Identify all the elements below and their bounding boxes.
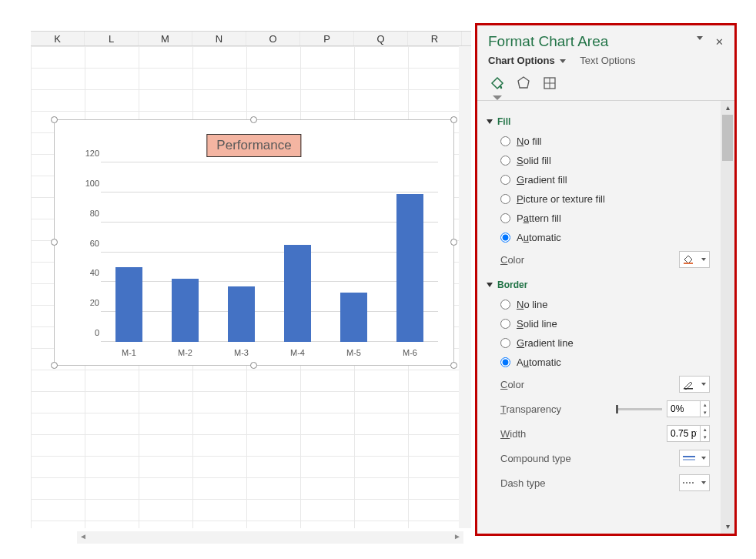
transparency-spinner[interactable]: ▴▾ [667, 400, 710, 417]
radio-input[interactable] [500, 213, 510, 223]
col-header[interactable]: N [192, 32, 246, 45]
y-axis: 0 20 40 60 80 100 120 [78, 162, 99, 342]
transparency-slider[interactable] [616, 408, 662, 410]
scroll-thumb[interactable] [722, 115, 733, 161]
fill-color-picker[interactable] [679, 251, 710, 268]
pane-title: Format Chart Area [488, 33, 697, 50]
radio-input[interactable] [500, 136, 510, 146]
radio-gradient-fill[interactable]: Gradient fill [487, 170, 711, 189]
slider-thumb[interactable] [616, 405, 618, 413]
radio-solid-fill[interactable]: Solid fill [487, 151, 711, 170]
resize-handle[interactable] [51, 362, 58, 369]
transparency-input[interactable] [667, 401, 700, 417]
col-header[interactable]: Q [354, 32, 408, 45]
radio-input[interactable] [500, 233, 510, 243]
resize-handle[interactable] [450, 116, 457, 123]
fill-color-row: Color [487, 247, 711, 272]
chart-area[interactable]: Performance 0 20 40 60 80 100 120 [54, 119, 454, 366]
bar[interactable] [115, 267, 142, 342]
compound-type-row: Compound type [487, 446, 711, 470]
x-tick-label: M-6 [403, 348, 417, 357]
horizontal-scrollbar[interactable]: ◄ ► [77, 531, 463, 544]
column-headers: K L M N O P Q R [31, 31, 471, 46]
svg-rect-5 [684, 388, 693, 390]
collapse-icon [487, 119, 493, 124]
svg-marker-0 [518, 77, 529, 88]
y-tick-label: 60 [78, 239, 99, 248]
pane-body: ▴ ▾ Fill No fill Solid fill [477, 100, 734, 534]
tab-label: Chart Options [488, 55, 555, 66]
bars-container: M-1M-2M-3M-4M-5M-6 [101, 162, 438, 342]
radio-automatic-border[interactable]: Automatic [487, 353, 711, 372]
svg-rect-4 [684, 263, 693, 264]
radio-solid-line[interactable]: Solid line [487, 314, 711, 333]
scroll-up-icon[interactable]: ▴ [721, 101, 734, 115]
radio-no-fill[interactable]: No fill [487, 132, 711, 151]
compound-type-picker[interactable] [679, 450, 710, 467]
pane-options-dropdown-icon[interactable] [697, 36, 703, 40]
resize-handle[interactable] [250, 116, 257, 123]
format-chart-area-pane: Format Chart Area ✕ Chart Options Text O… [475, 23, 737, 536]
size-properties-icon[interactable] [540, 74, 559, 92]
border-color-picker[interactable] [679, 376, 710, 393]
resize-handle[interactable] [450, 239, 457, 246]
radio-input[interactable] [500, 156, 510, 166]
col-header[interactable]: R [408, 32, 462, 45]
col-header[interactable]: L [85, 32, 139, 45]
x-tick-label: M-4 [290, 348, 305, 357]
width-input[interactable] [667, 426, 700, 441]
y-tick-label: 40 [78, 268, 99, 277]
chevron-down-icon [701, 383, 706, 386]
plot-area[interactable]: 0 20 40 60 80 100 120 M-1M-2M-3M-4M-5M-6 [101, 162, 438, 342]
pen-icon [683, 379, 694, 390]
scroll-down-icon[interactable]: ▾ [721, 520, 734, 534]
vertical-scrollbar[interactable] [459, 46, 471, 528]
resize-handle[interactable] [51, 116, 58, 123]
radio-picture-texture-fill[interactable]: Picture or texture fill [487, 189, 711, 209]
radio-pattern-fill[interactable]: Pattern fill [487, 209, 711, 228]
radio-gradient-line[interactable]: Gradient line [487, 333, 711, 353]
bar[interactable] [172, 279, 199, 342]
bar[interactable] [284, 245, 311, 342]
tab-text-options[interactable]: Text Options [580, 55, 635, 66]
col-header[interactable]: O [246, 32, 300, 45]
y-tick-label: 80 [78, 209, 99, 218]
workspace: K L M N O P Q R ◄ ► Performance [0, 0, 756, 559]
section-header-fill[interactable]: Fill [487, 116, 711, 127]
radio-no-line[interactable]: No line [487, 295, 711, 314]
bar[interactable] [228, 286, 255, 342]
close-icon[interactable]: ✕ [715, 36, 724, 48]
bar[interactable] [396, 194, 423, 342]
radio-input[interactable] [500, 175, 510, 185]
chevron-down-icon [701, 258, 706, 261]
dash-type-picker[interactable] [679, 474, 710, 491]
effects-icon[interactable] [514, 74, 533, 92]
resize-handle[interactable] [51, 239, 58, 246]
tab-chart-options[interactable]: Chart Options [488, 55, 566, 66]
radio-automatic-fill[interactable]: Automatic [487, 228, 711, 247]
scroll-left-icon[interactable]: ◄ [77, 531, 89, 544]
bar[interactable] [340, 293, 367, 342]
col-header[interactable]: P [300, 32, 354, 45]
radio-input[interactable] [500, 338, 510, 348]
section-header-border[interactable]: Border [487, 280, 711, 290]
radio-input[interactable] [500, 357, 510, 367]
radio-input[interactable] [500, 194, 510, 204]
col-header[interactable]: M [139, 32, 192, 45]
pane-vertical-scrollbar[interactable]: ▴ ▾ [721, 101, 734, 534]
width-spinner[interactable]: ▴▾ [667, 425, 710, 442]
spinner-arrows[interactable]: ▴▾ [700, 401, 709, 417]
bar-slot: M-5 [326, 162, 382, 342]
pane-header: Format Chart Area ✕ [477, 25, 734, 55]
bar-slot: M-4 [269, 162, 326, 342]
spinner-arrows[interactable]: ▴▾ [700, 426, 709, 441]
resize-handle[interactable] [250, 362, 257, 369]
chart-title[interactable]: Performance [206, 134, 301, 157]
radio-input[interactable] [500, 319, 510, 329]
fill-and-line-icon[interactable] [488, 74, 507, 92]
resize-handle[interactable] [450, 362, 457, 369]
scroll-right-icon[interactable]: ► [451, 531, 463, 544]
y-tick-label: 0 [78, 328, 99, 337]
radio-input[interactable] [500, 300, 510, 310]
col-header[interactable]: K [31, 32, 85, 45]
